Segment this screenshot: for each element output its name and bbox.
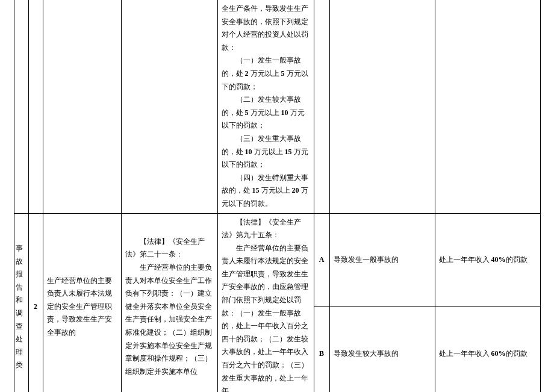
law2-text-continuation: 全生产条件，导致发生生产安全事故的，依照下列规定对个人经营的投资人处以罚款： （… [222, 4, 308, 208]
penalty-cell-empty [435, 0, 540, 213]
category-cell: 事故报告和调查处理类 [14, 213, 28, 392]
penalty-text: 处上一年年收入 60%的罚款 [435, 307, 540, 392]
law2-continuation: 全生产条件，导致发生生产安全事故的，依照下列规定对个人经营的投资人处以罚款： （… [217, 0, 314, 213]
level-cell-empty [314, 0, 329, 213]
violation-description: 生产经营单位的主要负责人未履行本法规定的安全生产管理职责，导致发生生产安全事故的 [43, 213, 121, 392]
category-label: 事故报告和调查处理类 [16, 244, 26, 369]
regulation-table: 全生产条件，导致发生生产安全事故的，依照下列规定对个人经营的投资人处以罚款： （… [14, 0, 541, 392]
law1-cell-empty [121, 0, 217, 213]
desc-cell-empty [43, 0, 121, 213]
table-row: 事故报告和调查处理类 2 生产经营单位的主要负责人未履行本法规定的安全生产管理职… [14, 213, 540, 307]
law-basis-2: 【法律】《安全生产法》第九十五条： 生产经营单位的主要负责人未履行本法规定的安全… [217, 213, 314, 392]
row-number: 2 [28, 213, 43, 392]
situation-text: 导致发生较大事故的 [329, 307, 435, 392]
level-code: A [314, 213, 329, 307]
situation-cell-empty [329, 0, 435, 213]
situation-text: 导致发生一般事故的 [329, 213, 435, 307]
level-code: B [314, 307, 329, 392]
category-cell-empty [14, 0, 28, 213]
law-basis-1: 【法律】《安全生产法》第二十一条： 生产经营单位的主要负责人对本单位安全生产工作… [121, 213, 217, 392]
num-cell-empty [28, 0, 43, 213]
penalty-text: 处上一年年收入 40%的罚款 [435, 213, 540, 307]
table-row: 全生产条件，导致发生生产安全事故的，依照下列规定对个人经营的投资人处以罚款： （… [14, 0, 540, 213]
